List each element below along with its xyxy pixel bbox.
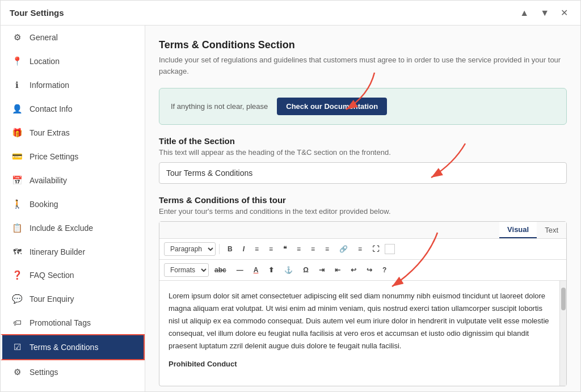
- sidebar-item-terms-conditions[interactable]: ☑ Terms & Conditions: [1, 334, 145, 360]
- title-bar: Tour Settings ▲ ▼ ✕: [1, 1, 580, 26]
- fontcolor-btn[interactable]: A: [249, 263, 263, 277]
- indent-btn[interactable]: ⇥: [314, 263, 329, 277]
- sidebar-item-label: Terms & Conditions: [30, 343, 134, 352]
- editor-content[interactable]: Lorem ipsum dolor sit amet consectetuer …: [159, 281, 566, 386]
- hr-btn[interactable]: —: [232, 263, 248, 277]
- enquiry-icon: 💬: [11, 294, 23, 304]
- settings-icon: ⚙: [11, 367, 23, 377]
- availability-icon: 📅: [11, 175, 23, 186]
- info-box-text: If anything is not clear, please: [171, 102, 268, 111]
- editor-toolbar-row2: Formats abc — A ⬆ ⚓ Ω ⇥ ⇤ ↩ ↪ ?: [159, 260, 566, 281]
- sidebar-item-location[interactable]: 📍 Location: [1, 49, 145, 73]
- sidebar-item-settings[interactable]: ⚙ Settings: [1, 360, 145, 384]
- paragraph-select[interactable]: Paragraph Heading 1 Heading 2: [164, 242, 216, 256]
- editor-body-text: Lorem ipsum dolor sit amet consectetuer …: [169, 290, 553, 352]
- title-bar-controls: ▲ ▼ ✕: [516, 6, 571, 19]
- info-icon: ℹ: [11, 80, 23, 90]
- sidebar-item-contact-info[interactable]: 👤 Contact Info: [1, 97, 145, 121]
- editor-container: Visual Text Paragraph Heading 1 Heading …: [159, 221, 567, 386]
- upload-btn[interactable]: ⬆: [264, 263, 279, 277]
- more-btn[interactable]: ≡: [353, 242, 367, 256]
- section-desc: Include your set of regulations and guid…: [159, 54, 567, 77]
- fullscreen-btn[interactable]: ⛶: [368, 242, 384, 256]
- contact-icon: 👤: [11, 104, 23, 114]
- bold-btn[interactable]: B: [223, 242, 237, 256]
- outdent-btn[interactable]: ⇤: [330, 263, 345, 277]
- title-bar-title: Tour Settings: [10, 8, 64, 18]
- sidebar-item-faq-section[interactable]: ❓ FAQ Section: [1, 263, 145, 287]
- include-exclude-icon: 📋: [11, 223, 23, 233]
- editor-prohibited-heading: Prohibited Conduct: [169, 358, 553, 370]
- main-layout: ⚙ General 📍 Location ℹ Information 👤 Con…: [1, 26, 580, 391]
- sidebar-item-label: Availability: [30, 176, 136, 185]
- editor-section: Terms & Conditions of this tour Enter yo…: [159, 195, 567, 386]
- location-icon: 📍: [11, 56, 23, 66]
- italic-btn[interactable]: I: [238, 242, 249, 256]
- sidebar-item-general[interactable]: ⚙ General: [1, 26, 145, 49]
- sidebar-item-label: Contact Info: [30, 104, 136, 113]
- title-field-sublabel: This text will appear as the heading of …: [159, 148, 567, 157]
- title-bar-close-btn[interactable]: ✕: [557, 6, 571, 19]
- sidebar-item-tour-extras[interactable]: 🎁 Tour Extras: [1, 121, 145, 145]
- faq-icon: ❓: [11, 270, 23, 280]
- anchor-btn[interactable]: ⚓: [280, 263, 297, 277]
- align-right-btn[interactable]: ≡: [321, 242, 334, 256]
- price-icon: 💳: [11, 151, 23, 162]
- terms-icon: ☑: [11, 342, 23, 352]
- itinerary-icon: 🗺: [11, 247, 23, 256]
- sidebar-item-information[interactable]: ℹ Information: [1, 73, 145, 97]
- strikethrough-btn[interactable]: abc: [210, 263, 231, 277]
- sidebar-item-booking[interactable]: 🚶 Booking: [1, 192, 145, 216]
- sidebar: ⚙ General 📍 Location ℹ Information 👤 Con…: [1, 26, 145, 391]
- title-field-input[interactable]: [159, 162, 567, 184]
- editor-scrollbar-thumb[interactable]: [561, 288, 566, 310]
- sidebar-item-label: Tour Extras: [30, 128, 136, 137]
- sidebar-item-price-settings[interactable]: 💳 Price Settings: [1, 145, 145, 168]
- special-char-btn[interactable]: Ω: [298, 263, 313, 277]
- gear-icon: ⚙: [11, 32, 23, 43]
- tags-icon: 🏷: [11, 318, 23, 327]
- sidebar-item-label: Promotional Tags: [30, 318, 136, 327]
- title-field-label: Title of the Section: [159, 136, 567, 146]
- ul-btn[interactable]: ≡: [250, 242, 263, 256]
- info-box: If anything is not clear, please Check o…: [159, 88, 567, 125]
- redo-btn[interactable]: ↪: [362, 263, 377, 277]
- undo-btn[interactable]: ↩: [346, 263, 361, 277]
- tab-text[interactable]: Text: [537, 222, 566, 238]
- editor-toolbar-row1: Paragraph Heading 1 Heading 2 B I ≡ ≡ ❝ …: [159, 239, 566, 260]
- sidebar-item-label: Tour Enquiry: [30, 294, 136, 304]
- editor-label: Terms & Conditions of this tour: [159, 195, 567, 205]
- formats-select[interactable]: Formats: [164, 263, 209, 277]
- sidebar-item-label: General: [30, 33, 136, 42]
- paragraph-group: Paragraph Heading 1 Heading 2: [164, 242, 216, 256]
- sidebar-item-tour-enquiry[interactable]: 💬 Tour Enquiry: [1, 287, 145, 311]
- toolbar-sep1: [219, 244, 220, 254]
- sidebar-item-label: Settings: [30, 368, 136, 377]
- link-btn[interactable]: 🔗: [335, 242, 352, 256]
- editor-sublabel: Enter your tour's terms and conditions i…: [159, 207, 567, 216]
- app-container: Tour Settings ▲ ▼ ✕ ⚙ General 📍 Location…: [0, 0, 581, 392]
- align-center-btn[interactable]: ≡: [306, 242, 319, 256]
- title-bar-down-btn[interactable]: ▼: [537, 6, 553, 19]
- ol-btn[interactable]: ≡: [264, 242, 277, 256]
- title-field-section: Title of the Section This text will appe…: [159, 136, 567, 184]
- sidebar-item-label: Information: [30, 81, 136, 90]
- sidebar-item-label: FAQ Section: [30, 271, 136, 280]
- check-documentation-button[interactable]: Check our Documentation: [277, 98, 387, 115]
- help-btn[interactable]: ?: [378, 263, 391, 277]
- blockquote-btn[interactable]: ❝: [279, 242, 291, 256]
- main-content: Terms & Conditions Section Include your …: [145, 26, 580, 391]
- sidebar-item-include-exclude[interactable]: 📋 Include & Exclude: [1, 216, 145, 240]
- section-title: Terms & Conditions Section: [159, 39, 567, 51]
- title-bar-up-btn[interactable]: ▲: [516, 6, 532, 19]
- align-left-btn[interactable]: ≡: [292, 242, 305, 256]
- editor-scrollbar[interactable]: [559, 281, 566, 386]
- sidebar-item-label: Price Settings: [30, 152, 136, 161]
- sidebar-item-label: Booking: [30, 200, 136, 209]
- editor-wrapper: Lorem ipsum dolor sit amet consectetuer …: [159, 281, 566, 386]
- sidebar-item-promotional-tags[interactable]: 🏷 Promotional Tags: [1, 311, 145, 334]
- sidebar-item-itinerary-builder[interactable]: 🗺 Itinerary Builder: [1, 240, 145, 263]
- tab-visual[interactable]: Visual: [499, 222, 537, 238]
- sidebar-item-availability[interactable]: 📅 Availability: [1, 168, 145, 192]
- sidebar-item-label: Include & Exclude: [30, 224, 136, 233]
